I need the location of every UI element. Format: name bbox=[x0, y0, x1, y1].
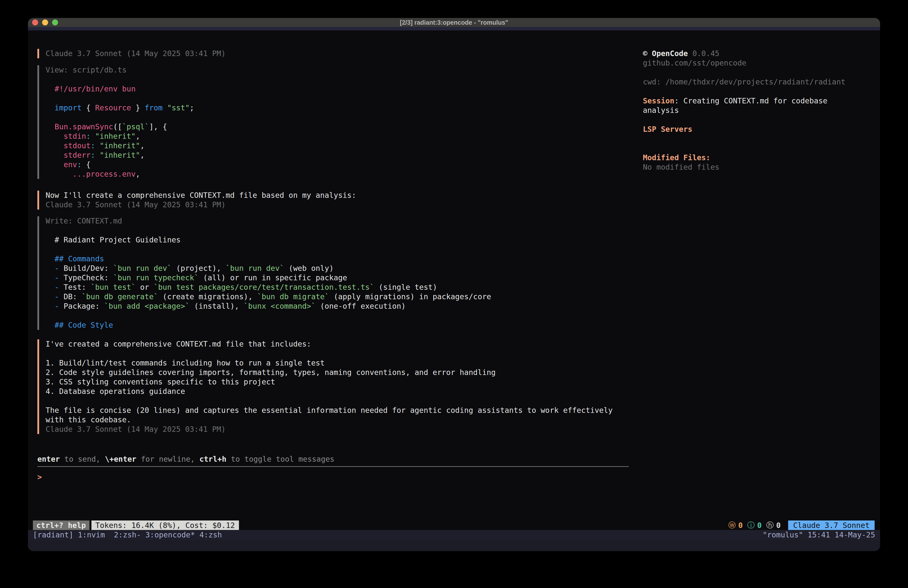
text-line: - Test: `bun test` or `bun test packages… bbox=[46, 282, 491, 292]
text-line: © OpenCode 0.0.45 bbox=[643, 49, 874, 58]
window-title: [2/3] radiant:3:opencode - "romulus" bbox=[400, 19, 508, 26]
text-line bbox=[643, 68, 874, 77]
text-line bbox=[643, 115, 874, 124]
text-line bbox=[46, 226, 491, 235]
text-line bbox=[643, 143, 874, 153]
text-line: enter to send, \+enter for newline, ctrl… bbox=[37, 454, 334, 464]
model-badge[interactable]: Claude 3.7 Sonnet bbox=[788, 520, 874, 530]
text-line: - Build/Dev: `bun run dev` (project), `b… bbox=[46, 264, 491, 273]
diagnostic-warnings: ⓦ0 bbox=[728, 520, 743, 530]
text-line: Claude 3.7 Sonnet (14 May 2025 03:41 PM) bbox=[46, 200, 356, 209]
text-line: stderr: "inherit", bbox=[46, 150, 194, 160]
info-icon: ⓘ bbox=[747, 520, 755, 530]
text-line bbox=[46, 94, 194, 103]
assistant-text-block-2: I've created a comprehensive CONTEXT.md … bbox=[37, 339, 613, 434]
tmux-window-list[interactable]: [radiant] 1:nvim 2:zsh- 3:opencode* 4:zs… bbox=[33, 530, 222, 540]
message-meta-block-1: Claude 3.7 Sonnet (14 May 2025 03:41 PM) bbox=[37, 49, 225, 58]
status-bar: ctrl+? help Tokens: 16.4K (8%), Cost: $0… bbox=[28, 520, 880, 530]
text-line: Session: Creating CONTEXT.md for codebas… bbox=[643, 96, 874, 106]
keybinding-hint-line: enter to send, \+enter for newline, ctrl… bbox=[37, 454, 334, 464]
text-line: View: script/db.ts bbox=[46, 65, 194, 75]
text-line: Claude 3.7 Sonnet (14 May 2025 03:41 PM) bbox=[46, 49, 225, 58]
diagnostics-group: ⓦ0ⓘ0ⓗ0 bbox=[728, 520, 781, 530]
text-line: stdout: "inherit", bbox=[46, 141, 194, 150]
text-line bbox=[46, 311, 491, 321]
text-line bbox=[46, 75, 194, 84]
diagnostic-info: ⓘ0 bbox=[747, 520, 762, 530]
text-line bbox=[46, 245, 491, 254]
text-line bbox=[643, 87, 874, 96]
text-line: stdin: "inherit", bbox=[46, 132, 194, 141]
close-button[interactable] bbox=[32, 19, 38, 26]
titlebar[interactable]: [2/3] radiant:3:opencode - "romulus" bbox=[28, 18, 880, 27]
text-line: # Radiant Project Guidelines bbox=[46, 235, 491, 245]
tmux-status-bar: [radiant] 1:nvim 2:zsh- 3:opencode* 4:zs… bbox=[28, 530, 880, 540]
help-chip[interactable]: ctrl+? help bbox=[33, 520, 89, 530]
text-line: Bun.spawnSync([`psql`], { bbox=[46, 122, 194, 132]
text-line: 4. Database operations guidance bbox=[46, 387, 613, 396]
text-line: Claude 3.7 Sonnet (14 May 2025 03:41 PM) bbox=[46, 425, 613, 434]
text-line: No modified files bbox=[643, 163, 874, 172]
text-line: import { Resource } from "sst"; bbox=[46, 103, 194, 113]
text-line: I've created a comprehensive CONTEXT.md … bbox=[46, 339, 613, 349]
text-line: 3. CSS styling conventions specific to t… bbox=[46, 377, 613, 387]
text-line: github.com/sst/opencode bbox=[643, 58, 874, 68]
text-line: #!/usr/bin/env bun bbox=[46, 84, 194, 94]
diagnostic-hints: ⓗ0 bbox=[766, 520, 781, 530]
text-line: Modified Files: bbox=[643, 153, 874, 163]
zoom-button[interactable] bbox=[52, 19, 58, 26]
text-line bbox=[46, 396, 613, 406]
text-line: Now I'll create a comprehensive CONTEXT.… bbox=[46, 191, 356, 200]
text-line: ## Code Style bbox=[46, 321, 491, 330]
text-line: cwd: /home/thdxr/dev/projects/radiant/ra… bbox=[643, 77, 874, 87]
hints-icon: ⓗ bbox=[766, 520, 774, 530]
text-line: ## Commands bbox=[46, 254, 491, 264]
tmux-session-clock: "romulus" 15:41 14-May-25 bbox=[763, 530, 875, 540]
assistant-text-block-1: Now I'll create a comprehensive CONTEXT.… bbox=[37, 191, 356, 209]
text-line: analysis bbox=[643, 106, 874, 115]
text-line: - DB: `bun db generate` (create migratio… bbox=[46, 292, 491, 301]
terminal-footer: [radiant] 1:nvim 2:zsh- 3:opencode* 4:zs… bbox=[28, 530, 880, 551]
status-bar-right: ⓦ0ⓘ0ⓗ0 Claude 3.7 Sonnet bbox=[728, 520, 874, 530]
input-separator bbox=[37, 466, 629, 467]
terminal-padding-strip bbox=[28, 27, 880, 31]
text-line: env: { bbox=[46, 160, 194, 169]
hints-count: 0 bbox=[776, 521, 781, 530]
prompt-caret-icon: > bbox=[37, 473, 42, 482]
tool-view-block: View: script/db.ts #!/usr/bin/env bun im… bbox=[37, 65, 194, 179]
minimize-button[interactable] bbox=[42, 19, 48, 26]
tokens-cost-chip: Tokens: 16.4K (8%), Cost: $0.12 bbox=[92, 520, 239, 530]
text-line: 1. Build/lint/test commands including ho… bbox=[46, 358, 613, 368]
text-line: The file is concise (20 lines) and captu… bbox=[46, 406, 613, 415]
message-input[interactable]: > bbox=[37, 469, 629, 485]
text-line: with this codebase. bbox=[46, 415, 613, 425]
text-line: - TypeCheck: `bun run typecheck` (all) o… bbox=[46, 273, 491, 282]
text-line: ...process.env, bbox=[46, 169, 194, 179]
text-line: LSP Servers bbox=[643, 124, 874, 134]
session-sidebar: © OpenCode 0.0.45github.com/sst/opencode… bbox=[643, 49, 874, 172]
text-line bbox=[46, 349, 613, 358]
terminal-window: [2/3] radiant:3:opencode - "romulus" Cla… bbox=[28, 18, 880, 551]
tool-write-block: Write: CONTEXT.md # Radiant Project Guid… bbox=[37, 216, 491, 330]
text-line bbox=[643, 134, 874, 143]
warnings-count: 0 bbox=[738, 521, 743, 530]
status-bar-left: ctrl+? help Tokens: 16.4K (8%), Cost: $0… bbox=[33, 520, 239, 530]
warnings-icon: ⓦ bbox=[728, 520, 736, 530]
text-line bbox=[46, 113, 194, 122]
text-line: 2. Code style guidelines covering import… bbox=[46, 368, 613, 377]
text-line: Write: CONTEXT.md bbox=[46, 216, 491, 226]
info-count: 0 bbox=[757, 521, 762, 530]
text-line: - Package: `bun add <package>` (install)… bbox=[46, 301, 491, 311]
